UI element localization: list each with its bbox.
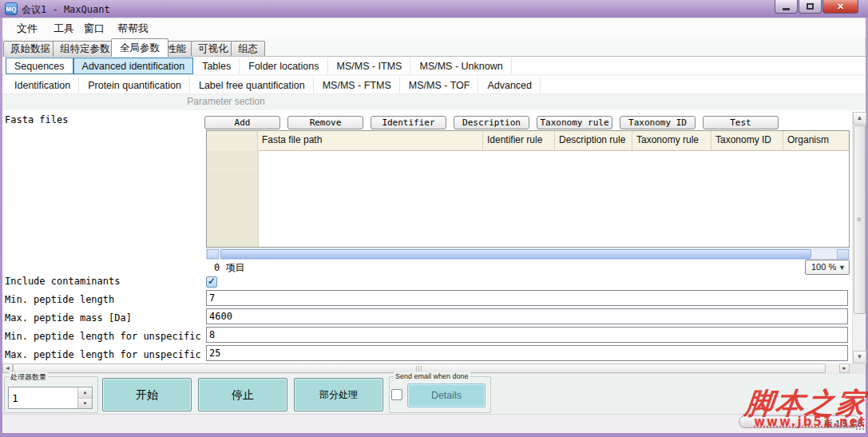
- scroll-up-icon[interactable]: ▲: [853, 112, 866, 125]
- min-peptide-length-unspecific-label: Min. peptide length for unspecific: [5, 331, 201, 342]
- spinner-down-icon[interactable]: ▼: [78, 399, 92, 409]
- processors-input[interactable]: [9, 387, 77, 408]
- thumb-grip-icon: ≡: [857, 216, 863, 224]
- items-count-label: 0 项目: [214, 261, 244, 275]
- table-horizontal-scrollbar[interactable]: [206, 248, 850, 260]
- include-contaminants-checkbox[interactable]: [206, 276, 217, 288]
- tab-global-parameters[interactable]: 全局参数: [111, 38, 168, 57]
- thumb-grip-icon: |||: [415, 364, 422, 372]
- details-button[interactable]: Details: [407, 383, 486, 407]
- scroll-down-icon[interactable]: ▼: [853, 351, 866, 364]
- subtab-advanced-identification[interactable]: Advanced identification: [73, 58, 194, 74]
- remove-button[interactable]: Remove: [287, 116, 363, 129]
- subtab-identification[interactable]: Identification: [6, 77, 79, 93]
- partial-processing-button[interactable]: 部分处理: [294, 378, 383, 411]
- tab-visualization[interactable]: 可视化: [191, 41, 236, 56]
- maxquant-window: MQ 会议1 - MaxQuant ✕ 文件 工具 窗口 帮帮我 原始数据 组特…: [0, 0, 868, 437]
- send-email-checkbox[interactable]: [391, 389, 402, 400]
- scrollbar-corner: [850, 364, 866, 373]
- fasta-files-table[interactable]: Fasta file path Identifier rule Descript…: [206, 130, 850, 248]
- subtab-label-free-quantification[interactable]: Label free quantification: [190, 77, 314, 93]
- max-peptide-length-unspecific-label: Max. peptide length for unspecific: [5, 349, 201, 360]
- table-header-row: Fasta file path Identifier rule Descript…: [207, 131, 849, 151]
- stop-button[interactable]: 停止: [198, 378, 287, 411]
- subtab-sequences[interactable]: Sequences: [6, 58, 73, 74]
- fasta-files-label: Fasta files: [5, 114, 68, 125]
- subtab-msms-itms[interactable]: MS/MS - ITMS: [328, 58, 411, 74]
- parameter-section-band: Parameter section: [2, 94, 866, 110]
- taxonomy-rule-button[interactable]: Taxonomy rule: [537, 116, 612, 129]
- spinner-buttons: ▲ ▼: [77, 387, 92, 408]
- parameter-section-label: Parameter section: [2, 94, 450, 109]
- tab-raw-data[interactable]: 原始数据: [3, 41, 57, 56]
- row-header-stub: [207, 131, 258, 150]
- scroll-track[interactable]: [826, 364, 839, 373]
- chevron-down-icon: ▼: [838, 261, 846, 275]
- tab-configuration[interactable]: 组态: [231, 41, 265, 56]
- row-header-column: [207, 150, 259, 247]
- column-fasta-file-path[interactable]: Fasta file path: [258, 131, 483, 150]
- subtab-msms-ftms[interactable]: MS/MS - FTMS: [314, 77, 400, 93]
- menu-file[interactable]: 文件: [12, 22, 42, 36]
- menu-tools[interactable]: 工具: [49, 22, 79, 36]
- processors-label: 处理器数量: [9, 372, 48, 383]
- empty-row-stub: [207, 150, 258, 170]
- subtab-msms-tof[interactable]: MS/MS - TOF: [400, 77, 479, 93]
- send-email-label: Send email when done: [394, 372, 470, 380]
- zoom-value: 100 %: [811, 262, 836, 272]
- resize-grip-icon[interactable]: [856, 422, 864, 430]
- subtab-msms-unknown[interactable]: MS/MS - Unknown: [410, 58, 511, 74]
- scroll-right-button[interactable]: [837, 249, 849, 259]
- scroll-thumb[interactable]: [220, 249, 811, 259]
- menu-help[interactable]: 帮帮我: [113, 22, 153, 36]
- menu-bar: 文件 工具 窗口 帮帮我: [2, 19, 866, 38]
- description-button[interactable]: Description: [454, 116, 529, 129]
- column-taxonomy-rule[interactable]: Taxonomy rule: [632, 131, 711, 150]
- subtab-folder-locations[interactable]: Folder locations: [240, 58, 327, 74]
- spinner-up-icon[interactable]: ▲: [78, 387, 92, 399]
- processors-groupbox: 处理器数量 ▲ ▼: [4, 376, 98, 413]
- add-button[interactable]: Add: [204, 116, 280, 129]
- close-button[interactable]: ✕: [822, 0, 858, 14]
- min-peptide-length-label: Min. peptide length: [5, 294, 114, 305]
- window-title: 会议1 - MaxQuant: [22, 3, 110, 17]
- max-peptide-mass-input[interactable]: [206, 308, 848, 324]
- column-taxonomy-id[interactable]: Taxonomy ID: [711, 131, 783, 150]
- min-peptide-length-input[interactable]: [206, 290, 848, 306]
- subtab-row-1: Sequences Advanced identification Tables…: [2, 57, 866, 75]
- app-icon: MQ: [5, 2, 18, 15]
- identifier-button[interactable]: Identifier: [371, 116, 446, 129]
- column-organism[interactable]: Organism: [783, 131, 849, 150]
- main-tabstrip: 原始数据 组特定参数 全局参数 性能 可视化 组态: [2, 38, 866, 57]
- maximize-button[interactable]: [799, 0, 822, 14]
- status-bar: [2, 414, 866, 433]
- test-button[interactable]: Test: [703, 116, 779, 129]
- close-icon: ✕: [837, 2, 844, 11]
- titlebar[interactable]: MQ 会议1 - MaxQuant ✕: [0, 0, 868, 18]
- scroll-track[interactable]: [811, 249, 837, 259]
- include-contaminants-label: Include contaminants: [5, 276, 121, 287]
- taxonomy-id-button[interactable]: Taxonomy ID: [620, 116, 696, 129]
- subtab-row-2: Identification Protein quantification La…: [2, 76, 866, 94]
- subtab-protein-quantification[interactable]: Protein quantification: [79, 77, 190, 93]
- subtab-tables[interactable]: Tables: [193, 58, 240, 74]
- minimize-icon: [783, 8, 790, 10]
- vertical-scroll-thumb[interactable]: ≡: [854, 125, 866, 314]
- scroll-right-icon[interactable]: ►: [839, 364, 850, 373]
- subtab-advanced[interactable]: Advanced: [478, 77, 541, 93]
- column-description-rule[interactable]: Description rule: [555, 131, 632, 150]
- start-button[interactable]: 开始: [102, 378, 192, 411]
- tab-group-specific-parameters[interactable]: 组特定参数: [53, 41, 117, 56]
- menu-window[interactable]: 窗口: [79, 22, 109, 36]
- scroll-left-button[interactable]: [207, 249, 219, 259]
- zoom-dropdown[interactable]: 100 % ▼: [805, 260, 850, 275]
- maximize-icon: [807, 3, 814, 10]
- min-peptide-length-unspecific-input[interactable]: [206, 327, 848, 343]
- panel-vertical-scrollbar[interactable]: ▲ ≡ ▼: [852, 112, 866, 364]
- processors-spinner[interactable]: ▲ ▼: [8, 387, 93, 409]
- max-peptide-mass-label: Max. peptide mass [Da]: [5, 312, 132, 324]
- caption-buttons: ✕: [775, 0, 858, 14]
- minimize-button[interactable]: [775, 0, 798, 14]
- column-identifier-rule[interactable]: Identifier rule: [483, 131, 555, 150]
- max-peptide-length-unspecific-input[interactable]: [206, 345, 848, 361]
